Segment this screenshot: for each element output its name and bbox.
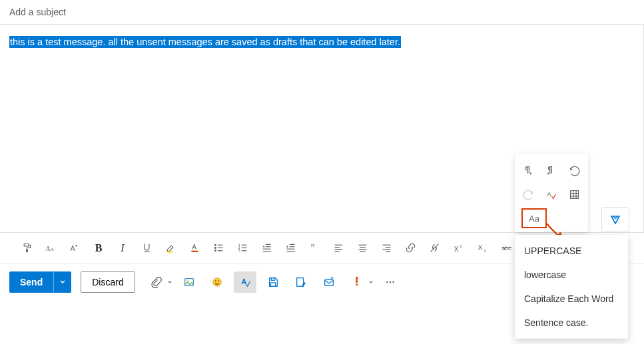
svg-point-58 (386, 281, 388, 282)
format-overflow-popup: A Aa (515, 154, 588, 232)
rtl-icon[interactable] (541, 160, 561, 180)
svg-point-51 (215, 280, 216, 281)
case-capitalize[interactable]: Capitalize Each Word (515, 287, 628, 311)
more-actions-icon[interactable] (379, 271, 402, 293)
svg-text:A: A (50, 247, 53, 252)
redo-icon[interactable] (518, 184, 538, 204)
insert-picture-icon[interactable] (178, 271, 200, 293)
toggle-format-bar-icon[interactable]: A (234, 271, 256, 293)
font-color-icon[interactable]: A (182, 238, 206, 259)
numbered-list-icon[interactable]: 123 (230, 238, 254, 259)
svg-rect-57 (324, 279, 333, 285)
case-sentence[interactable]: Sentence case. (515, 311, 628, 335)
send-dropdown-button[interactable] (53, 271, 71, 293)
svg-line-41 (430, 244, 438, 252)
align-left-icon[interactable] (326, 238, 350, 259)
highlight-icon[interactable] (159, 238, 182, 259)
subscript-icon[interactable]: X2 (470, 238, 494, 259)
font-family-icon[interactable]: AA (39, 238, 63, 259)
format-painter-icon[interactable] (15, 238, 39, 259)
remove-link-icon[interactable] (422, 238, 446, 259)
svg-point-10 (214, 248, 216, 249)
insert-table-icon[interactable] (565, 184, 585, 204)
svg-rect-62 (571, 190, 579, 198)
sensitivity-icon[interactable] (318, 271, 340, 293)
discard-button[interactable]: Discard (81, 271, 135, 293)
chevron-down-icon (167, 279, 172, 285)
bullet-list-icon[interactable] (206, 238, 230, 259)
svg-text:X: X (454, 246, 458, 253)
decrease-indent-icon[interactable] (254, 238, 278, 259)
emoji-icon[interactable] (206, 271, 228, 293)
change-case-label: Aa (529, 214, 539, 224)
svg-text:A: A (192, 244, 196, 251)
selected-body-text: this is a test message. all the unsent m… (9, 36, 401, 48)
svg-text:”: ” (310, 243, 314, 253)
attach-dropdown-icon[interactable] (145, 271, 167, 293)
bold-button[interactable]: B (87, 238, 111, 259)
svg-point-49 (187, 279, 189, 281)
insert-link-icon[interactable] (398, 238, 422, 259)
send-button[interactable]: Send (9, 271, 53, 293)
underline-button[interactable] (135, 238, 159, 259)
svg-text:A: A (45, 246, 50, 252)
svg-text:3: 3 (238, 248, 240, 252)
svg-text:A: A (70, 245, 75, 252)
insert-signature-icon[interactable] (290, 271, 312, 293)
quote-icon[interactable]: ” (302, 238, 326, 259)
increase-indent-icon[interactable] (278, 238, 302, 259)
editor-suggestions-button[interactable] (601, 207, 629, 232)
align-center-icon[interactable] (350, 238, 374, 259)
svg-rect-55 (270, 282, 275, 285)
font-size-icon[interactable]: A▾ (63, 238, 87, 259)
importance-icon[interactable]: ! (346, 271, 368, 293)
change-case-menu: UPPERCASE lowercase Capitalize Each Word… (515, 235, 628, 339)
svg-point-59 (390, 281, 391, 282)
svg-rect-7 (191, 251, 198, 252)
svg-point-50 (212, 277, 221, 286)
case-lowercase[interactable]: lowercase (515, 263, 628, 287)
clear-formatting-icon[interactable]: A (541, 184, 561, 204)
svg-text:2: 2 (460, 244, 462, 248)
svg-rect-48 (184, 278, 193, 285)
case-uppercase[interactable]: UPPERCASE (515, 239, 628, 263)
undo-icon[interactable] (565, 160, 585, 180)
change-case-button[interactable]: Aa (521, 208, 547, 228)
svg-rect-54 (271, 277, 274, 280)
send-split-button: Send (9, 271, 71, 293)
svg-point-60 (392, 281, 394, 282)
subject-input[interactable] (9, 7, 635, 17)
svg-text:2: 2 (483, 249, 485, 253)
svg-point-52 (218, 280, 219, 281)
align-right-icon[interactable] (374, 238, 398, 259)
svg-text:X: X (478, 244, 482, 252)
ltr-icon[interactable] (518, 160, 538, 180)
svg-text:A: A (547, 191, 552, 198)
subject-row (0, 0, 644, 25)
italic-button[interactable]: I (111, 238, 135, 259)
svg-text:▾: ▾ (75, 244, 77, 248)
svg-point-12 (214, 250, 216, 252)
save-draft-icon[interactable] (262, 271, 284, 293)
chevron-down-icon (368, 279, 374, 285)
superscript-icon[interactable]: X2 (446, 238, 470, 259)
svg-point-8 (214, 244, 216, 246)
